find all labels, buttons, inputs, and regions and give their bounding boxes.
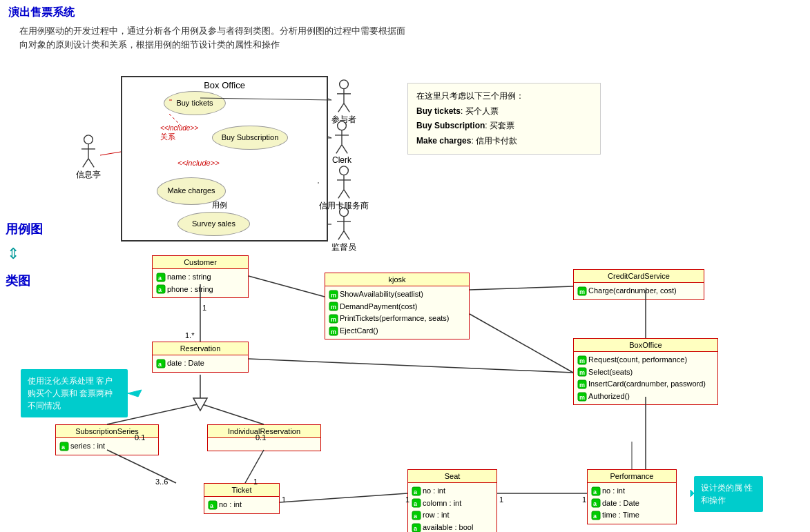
class-ticket: Ticket a no : int [204, 483, 280, 514]
usecase-box-title: Box Office [122, 77, 327, 93]
svg-marker-92 [128, 390, 142, 397]
include-label-2: <<include>> [177, 159, 220, 167]
section-usecase-label: 用例图 [6, 221, 43, 237]
svg-text:m: m [331, 304, 336, 311]
usecase-diagram-box: Box Office Buy tickets Buy Subscription … [121, 76, 328, 242]
svg-line-14 [342, 145, 347, 154]
mult-r-ss: 0.1 [135, 433, 145, 442]
svg-text:m: m [579, 382, 585, 388]
svg-line-3 [83, 159, 88, 168]
tooltip-generalization: 使用泛化关系处理 客户购买个人票和 套票两种不同情况 [21, 369, 128, 417]
mult-t-seat-left: 1 [282, 495, 286, 504]
mult-r-ir: 0.1 [255, 433, 266, 442]
svg-point-5 [340, 80, 349, 89]
svg-text:m: m [579, 394, 585, 401]
mult-seat-perf-left: 1 [499, 495, 503, 504]
mult-c-r: 1 [202, 304, 206, 312]
svg-point-10 [338, 121, 347, 130]
svg-line-89 [470, 286, 573, 290]
actor-credit: 信用卡服务商 [319, 166, 369, 212]
class-performance: Performance a no : int a date : Date a t… [587, 469, 677, 524]
uc-label-yongli: 用例 [212, 200, 227, 210]
svg-text:m: m [331, 328, 336, 335]
svg-marker-80 [193, 398, 207, 411]
svg-line-85 [470, 314, 573, 373]
svg-text:m: m [579, 357, 585, 364]
page-title: 演出售票系统 [0, 0, 810, 23]
svg-line-9 [344, 104, 349, 112]
svg-point-20 [340, 208, 349, 217]
mult-ss-t: 3..6 [155, 477, 168, 486]
mult-r-c: 1.* [185, 331, 194, 339]
svg-line-79 [200, 404, 264, 424]
svg-line-19 [344, 190, 349, 199]
svg-line-83 [280, 493, 407, 502]
svg-line-18 [338, 190, 344, 199]
actor-clerk: Clerk [331, 121, 352, 165]
svg-line-87 [249, 359, 573, 373]
mult-t-seat-right: 1 [405, 495, 409, 504]
mult-seat-perf-right: 1 [582, 495, 586, 504]
svg-line-23 [338, 231, 344, 240]
info-box: 在这里只考虑以下三个用例： Buy tickets: 买个人票 Buy Subs… [407, 83, 601, 155]
class-boxoffice: BoxOffice m Request(count, performance) … [573, 338, 718, 405]
actor-infokiosk: 信息亭 [76, 135, 101, 181]
svg-line-4 [88, 159, 94, 168]
uc-buy-subscription: Buy Subscription [212, 126, 288, 150]
svg-line-13 [336, 145, 342, 154]
tooltip-design: 设计类的属 性和操作 [694, 476, 763, 512]
uc-buy-tickets: Buy tickets [164, 91, 226, 115]
svg-point-0 [84, 135, 93, 144]
svg-line-24 [344, 231, 349, 240]
class-kjosk: kjosk m ShowAvailability(seatlist) m Dem… [325, 273, 470, 339]
subtitle: 在用例驱动的开发过程中，通过分析各个用例及参与者得到类图。分析用例图的过程中需要… [0, 23, 810, 52]
svg-text:m: m [331, 292, 336, 299]
class-seat: Seat a no : int a colomn : int a row : i… [407, 469, 497, 532]
svg-point-15 [340, 166, 349, 175]
section-class-label: 类图 [6, 273, 30, 289]
actor-participant: 参与者 [331, 79, 356, 126]
class-reservation: Reservation a date : Date [152, 342, 249, 373]
class-creditcard: CreditCardService m Charge(cardnumber, c… [573, 269, 704, 300]
svg-line-86 [249, 276, 325, 297]
svg-text:m: m [331, 316, 336, 323]
svg-text:m: m [579, 288, 585, 295]
svg-line-8 [338, 104, 344, 112]
svg-text:m: m [579, 369, 585, 376]
svg-line-67 [100, 152, 121, 155]
arrow-updown: ⇕ [7, 245, 19, 263]
actor-supervisor: 监督员 [331, 207, 356, 253]
uc-survey-sales: Survey sales [177, 212, 250, 236]
mult-ir-t: 1 [253, 477, 258, 486]
include-label-1: <<include>> 关系 [160, 124, 198, 142]
class-customer: Customer a name : string a phone : strin… [152, 255, 249, 298]
